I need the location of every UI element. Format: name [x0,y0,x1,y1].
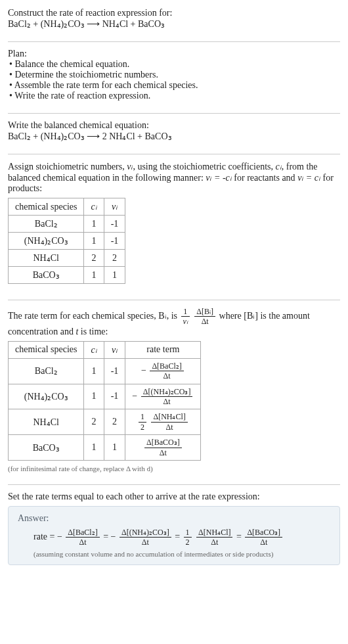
equals-sign: = [101,532,111,541]
stoich-section: Assign stoichiometric numbers, νᵢ, using… [8,161,340,293]
denominator: Δt [141,397,193,406]
plan-item: • Balance the chemical equation. [9,59,340,70]
nu-cell: 2 [104,250,125,267]
rate-prefix: rate = [33,532,57,541]
stoich-table: chemical species cᵢ νᵢ BaCl₂ 1 -1 (NH₄)₂… [8,198,125,284]
nu-cell: 1 [104,267,125,284]
species-cell: BaCO₃ [9,435,84,461]
plan-item: • Determine the stoichiometric numbers. [9,70,340,80]
fraction-one-half: 12 [184,528,192,547]
minus-sign: − [141,365,148,375]
problem-title: Construct the rate of reaction expressio… [8,8,340,18]
table-row: BaCl₂ 1 -1 [9,216,125,233]
species-cell: (NH₄)₂CO₃ [9,384,84,409]
rateterm-table: chemical species cᵢ νᵢ rate term BaCl₂1-… [8,341,201,461]
c-cell: 2 [84,409,104,435]
problem-header: Construct the rate of reaction expressio… [8,8,340,35]
symbol-c-i: cᵢ [276,162,282,172]
separator [8,484,340,485]
species-cell: BaCO₃ [9,267,84,284]
denominator: νᵢ [181,317,190,326]
text: Assign stoichiometric numbers, [8,162,127,172]
final-section: Set the rate terms equal to each other t… [8,492,340,570]
table-row: BaCO₃11Δ[BaCO₃]Δt [9,435,201,461]
rate-expression: rate = − Δ[BaCl₂]Δt = − Δ[(NH₄)₂CO₃]Δt =… [33,528,330,547]
fraction-one-half: 12 [139,412,146,432]
numerator: Δ[(NH₄)₂CO₃] [120,528,171,538]
answer-label: Answer: [18,513,330,524]
species-cell: NH₄Cl [9,409,84,435]
c-cell: 2 [84,250,104,267]
minus-sign: − [57,532,64,541]
c-cell: 1 [84,384,104,409]
numerator: Δ[BaCO₃] [245,528,282,538]
minus-sign: − [111,532,118,541]
nu-cell: -1 [104,216,125,233]
table-header: chemical species [9,198,84,216]
rateterm-caption: (for infinitesimal rate of change, repla… [8,465,340,472]
separator [8,113,340,114]
rateterm-cell: Δ[BaCO₃]Δt [125,435,201,461]
nu-cell: -1 [104,233,125,250]
numerator: Δ[NH₄Cl] [151,412,187,422]
numerator: Δ[BaCO₃] [144,438,182,448]
rate-term: − Δ[(NH₄)₂CO₃]Δt [111,532,173,541]
separator [8,300,340,300]
fraction-delta-over-delta-t: Δ[(NH₄)₂CO₃]Δt [141,387,193,407]
species-cell: BaCl₂ [9,358,84,384]
fraction-delta-over-delta-t: Δ[BaCl₂]Δt [150,361,183,381]
rate-term: − Δ[BaCl₂]Δt [57,532,101,541]
minus-sign: − [132,391,139,401]
plan-item: • Assemble the rate term for each chemic… [9,80,340,91]
c-cell: 1 [84,358,104,384]
species-cell: NH₄Cl [9,250,84,267]
table-header: νᵢ [104,341,125,358]
denominator: Δt [150,371,183,380]
stoich-intro: Assign stoichiometric numbers, νᵢ, using… [8,161,340,194]
separator [8,154,340,154]
rate-term: 12 Δ[NH₄Cl]Δt [137,416,189,426]
equals-sign: = [234,532,244,541]
equals-sign: = [173,532,183,541]
text: is time: [78,327,108,336]
answer-box: Answer: rate = − Δ[BaCl₂]Δt = − Δ[(NH₄)₂… [8,506,340,565]
rateterm-cell: 12 Δ[NH₄Cl]Δt [125,409,201,435]
fraction-delta-over-delta-t: Δ[BaCl₂]Δt [66,528,99,547]
fraction-delta-over-delta-t: Δ[(NH₄)₂CO₃]Δt [120,528,171,547]
fraction-delta-b-over-delta-t: Δ[Bᵢ] Δt [194,307,215,327]
plan-label: Plan: [8,49,340,59]
numerator: Δ[Bᵢ] [194,307,215,317]
numerator: 1 [139,412,146,422]
table-row: NH₄Cl2212 Δ[NH₄Cl]Δt [9,409,201,435]
denominator: Δt [66,538,99,547]
fraction-delta-over-delta-t: Δ[BaCO₃]Δt [245,528,282,547]
rateterm-intro: The rate term for each chemical species,… [8,307,340,337]
text: , using the stoichiometric coefficients, [133,162,275,172]
text: The rate term for each chemical species,… [8,311,180,321]
plan-item: • Write the rate of reaction expression. [9,91,340,101]
denominator: 2 [139,423,146,432]
fraction-one-over-nu: 1 νᵢ [181,307,190,327]
table-row: (NH₄)₂CO₃1-1− Δ[(NH₄)₂CO₃]Δt [9,384,201,409]
plan-section: Plan: • Balance the chemical equation. •… [8,49,340,106]
c-cell: 1 [84,233,104,250]
table-row: BaCO₃ 1 1 [9,267,125,284]
table-row: BaCl₂1-1− Δ[BaCl₂]Δt [9,358,201,384]
rate-term: − Δ[(NH₄)₂CO₃]Δt [132,391,194,401]
denominator: Δt [196,538,232,547]
fraction-delta-over-delta-t: Δ[NH₄Cl]Δt [151,412,187,432]
table-header: νᵢ [104,198,125,216]
table-header-row: chemical species cᵢ νᵢ [9,198,125,216]
final-intro: Set the rate terms equal to each other t… [8,492,340,502]
balanced-equation: BaCl₂ + (NH₄)₂CO₃ ⟶ 2 NH₄Cl + BaCO₃ [8,131,340,142]
rate-term: 12 Δ[NH₄Cl]Δt [183,532,234,541]
text: for reactants and [232,173,297,183]
rateterm-section: The rate term for each chemical species,… [8,307,340,478]
c-cell: 1 [84,435,104,461]
species-cell: (NH₄)₂CO₃ [9,233,84,250]
denominator: Δt [144,448,182,457]
nu-cell: 1 [104,435,125,461]
balanced-label: Write the balanced chemical equation: [8,120,340,131]
rateterm-cell: − Δ[BaCl₂]Δt [125,358,201,384]
nu-cell: 2 [104,409,125,435]
